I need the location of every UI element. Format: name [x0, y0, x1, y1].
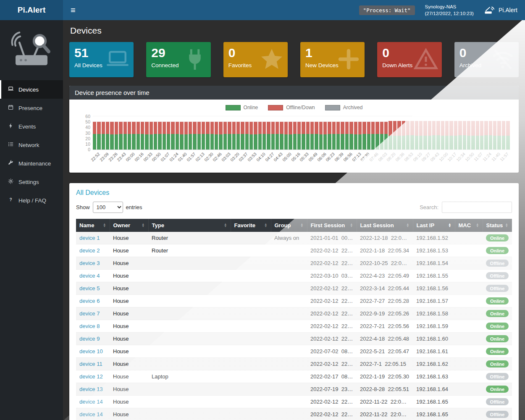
stacked-bar	[97, 116, 100, 150]
first-session-cell: 2022-02-12 22:05	[307, 282, 357, 295]
device-link[interactable]: device 8	[79, 323, 100, 329]
stacked-bar	[123, 116, 127, 150]
bar-segment-offline-down	[184, 122, 188, 134]
status-badge: Online	[486, 323, 509, 330]
legend-item-archived[interactable]: Archived	[325, 105, 363, 110]
bar-segment-online	[145, 134, 148, 150]
x-tick-label: 07:30	[360, 152, 370, 162]
column-header-type[interactable]: Type▲▼	[148, 219, 231, 232]
device-link[interactable]: device 2	[79, 247, 100, 254]
bar-segment-offline-down	[245, 122, 249, 134]
topbar-brand-right[interactable]: Pi.Alert	[484, 6, 517, 15]
x-tick-label: 11:57	[499, 152, 510, 162]
device-link[interactable]: device 7	[79, 310, 100, 317]
column-label: Last Session	[360, 222, 394, 228]
sidebar-item-events[interactable]: Events	[0, 117, 63, 136]
column-header-mac[interactable]: MAC▲▼	[455, 219, 483, 232]
bar-segment-offline-down	[306, 122, 310, 134]
sidebar-item-network[interactable]: Network	[0, 136, 63, 154]
stacked-bar	[463, 116, 466, 150]
device-link[interactable]: device 14	[79, 399, 103, 405]
device-link[interactable]: device 3	[79, 260, 100, 266]
chart-body: OnlineOffline/DownArchived 0102030405060…	[69, 100, 519, 173]
column-header-first-session[interactable]: First Session▲▼	[307, 219, 357, 232]
bar-segment-offline-down	[254, 122, 257, 134]
stacked-bar	[310, 116, 314, 150]
plus-icon	[336, 47, 361, 72]
bar-segment-online	[306, 134, 310, 150]
stacked-bar	[236, 116, 240, 150]
hamburger-icon[interactable]: ≡	[63, 0, 83, 20]
bar-segment-offline-down	[102, 122, 105, 134]
wrench-icon	[8, 160, 14, 167]
sidebar-item-maintenance[interactable]: Maintenance	[0, 154, 63, 173]
bar-segment-offline-down	[106, 122, 109, 134]
stat-card-archived[interactable]: 0Archived	[454, 42, 519, 77]
sidebar-item-settings[interactable]: Settings	[0, 173, 63, 191]
group-cell	[271, 383, 307, 396]
last-session-cell: 2022-5-21 22:05.47	[357, 345, 413, 358]
bar-segment-online	[158, 134, 161, 150]
bar-segment-offline-down	[206, 122, 209, 134]
x-tick-label: 10:50	[464, 152, 475, 162]
stacked-bar	[402, 116, 405, 150]
question-icon: ?	[8, 197, 14, 204]
stat-card-all-devices[interactable]: 51All Devices	[69, 42, 134, 77]
bar-segment-offline-down	[432, 121, 436, 135]
stat-card-connected[interactable]: 29Connected	[146, 42, 210, 77]
bar-segment-offline-down	[158, 122, 161, 134]
stat-card-down-alerts[interactable]: 0Down Alerts	[377, 42, 441, 77]
last-ip-cell: 192.168.1.53	[413, 244, 455, 257]
topbar: Pi.Alert ≡ "Process: Wait" Synology-NAS …	[0, 0, 525, 20]
x-tick-label: 01:07	[160, 152, 170, 162]
stacked-bar	[136, 116, 140, 150]
stacked-bar	[367, 116, 370, 150]
device-link[interactable]: device 13	[79, 386, 103, 392]
device-link[interactable]: device 1	[79, 235, 100, 241]
stacked-bar	[289, 116, 292, 150]
group-cell	[271, 307, 307, 320]
bolt-icon	[8, 123, 14, 130]
last-ip-cell: 192.168.1.64	[413, 383, 455, 396]
device-link[interactable]: device 6	[79, 298, 100, 304]
column-header-favorite[interactable]: Favorite▲▼	[231, 219, 271, 232]
device-link[interactable]: device 12	[79, 373, 103, 380]
search-input[interactable]	[442, 202, 512, 213]
stacked-bar	[354, 116, 357, 150]
column-header-status[interactable]: Status▲▼	[483, 219, 512, 232]
name-cell: device 3	[76, 257, 110, 270]
device-link[interactable]: device 10	[79, 348, 103, 354]
stat-card-favorites[interactable]: 0Favorites	[223, 42, 288, 77]
group-cell	[271, 333, 307, 345]
device-link[interactable]: device 5	[79, 285, 100, 291]
sidebar-item-devices[interactable]: Devices	[0, 80, 63, 99]
sidebar-item-presence[interactable]: Presence	[0, 99, 63, 117]
column-header-last-session[interactable]: Last Session▲▼	[357, 219, 413, 232]
device-link[interactable]: device 14	[79, 411, 103, 417]
favorite-cell	[231, 270, 271, 282]
sidebar-item-help-faq[interactable]: ?Help / FAQ	[0, 191, 63, 210]
status-badge: Offline	[486, 272, 509, 279]
column-header-owner[interactable]: Owner▲▼	[110, 219, 148, 232]
legend-item-online[interactable]: Online	[226, 105, 258, 110]
stat-card-new-devices[interactable]: 1New Devices	[300, 42, 365, 77]
x-tick-label: 06:39	[334, 152, 344, 162]
sidebar-item-label: Help / FAQ	[18, 197, 46, 204]
stacked-bar	[232, 116, 236, 150]
device-link[interactable]: device 4	[79, 273, 100, 279]
bar-segment-online	[171, 134, 174, 150]
entries-select[interactable]: 100	[93, 202, 123, 213]
column-header-last-ip[interactable]: Last IP▲▼	[413, 219, 455, 232]
device-link[interactable]: device 9	[79, 336, 100, 342]
app-logo[interactable]: Pi.Alert	[0, 0, 63, 20]
legend-item-offline-down[interactable]: Offline/Down	[268, 105, 315, 110]
x-tick-label: 06:06	[316, 152, 327, 162]
stacked-bar	[119, 116, 122, 150]
favorite-cell	[231, 333, 271, 345]
bar-segment-offline-down	[236, 122, 240, 134]
column-header-name[interactable]: Name▲▼	[76, 219, 110, 232]
device-link[interactable]: device 11	[79, 361, 102, 367]
status-cell: Offline	[483, 370, 512, 383]
bar-segment-offline-down	[502, 121, 505, 136]
column-header-group[interactable]: Group▲▼	[271, 219, 307, 232]
